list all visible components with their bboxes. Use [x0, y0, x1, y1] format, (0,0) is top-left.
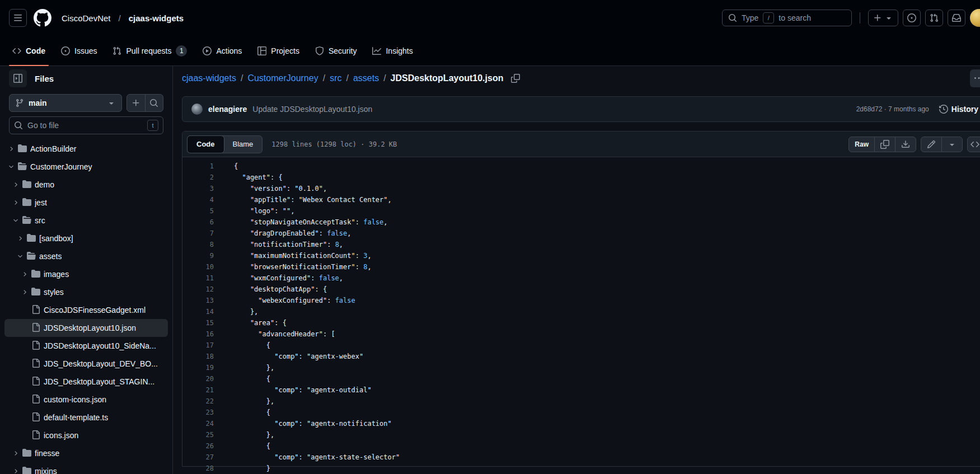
tab-code-view[interactable]: Code	[187, 135, 224, 153]
line-number[interactable]: 25	[182, 429, 214, 440]
commit-sha-time[interactable]: 2d68d72 · 7 months ago	[856, 105, 929, 113]
breadcrumb-link-cjaas-widgets[interactable]: cjaas-widgets	[182, 73, 236, 83]
line-number[interactable]: 28	[182, 463, 214, 474]
download-button[interactable]	[895, 137, 916, 152]
breadcrumb-link-assets[interactable]: assets	[353, 73, 379, 83]
line-number[interactable]: 10	[182, 261, 214, 273]
tree-item-jdsdesktoplayout10-sidena[interactable]: JDSDesktopLayout10_SideNa...	[4, 337, 168, 355]
line-number[interactable]: 12	[182, 284, 214, 295]
line-number[interactable]: 24	[182, 418, 214, 429]
line-number[interactable]: 15	[182, 317, 214, 328]
sidebar-header: Files	[0, 68, 172, 88]
line-number[interactable]: 26	[182, 440, 214, 452]
tree-item-jest[interactable]: jest	[4, 194, 168, 212]
line-number[interactable]: 1	[182, 161, 214, 172]
tab-security[interactable]: Security	[310, 36, 363, 65]
counter-badge: 1	[176, 45, 187, 57]
tree-item-assets[interactable]: assets	[4, 247, 168, 265]
tree-item-customerjourney[interactable]: CustomerJourney	[4, 158, 168, 176]
tab-blame-view[interactable]: Blame	[224, 136, 262, 153]
line-number[interactable]: 20	[182, 373, 214, 384]
copy-path-button[interactable]	[509, 72, 522, 85]
breadcrumb-link-customerjourney[interactable]: CustomerJourney	[247, 73, 318, 83]
tab-issues[interactable]: Issues	[55, 36, 102, 65]
breadcrumb-separator: /	[341, 73, 353, 83]
tree-item-images[interactable]: images	[4, 265, 168, 283]
line-number[interactable]: 3	[182, 183, 214, 194]
notifications-inbox-button[interactable]	[948, 10, 965, 26]
tree-item-src[interactable]: src	[4, 212, 168, 229]
tab-pull-requests[interactable]: Pull requests1	[107, 36, 193, 65]
line-number[interactable]: 18	[182, 351, 214, 362]
line-number[interactable]: 27	[182, 452, 214, 463]
repo-link[interactable]: cjaas-widgets	[125, 11, 187, 25]
tree-item-actionbuilder[interactable]: ActionBuilder	[4, 140, 168, 158]
search-tree-button[interactable]	[145, 95, 163, 111]
pull-requests-dashboard-button[interactable]	[925, 10, 943, 26]
code-text: "desktopChatApp": {	[214, 284, 327, 295]
tab-projects[interactable]: Projects	[252, 36, 305, 65]
tree-item-mixins[interactable]: mixins	[4, 462, 168, 474]
issues-dashboard-button[interactable]	[903, 10, 921, 26]
breadcrumb-link-src[interactable]: src	[330, 73, 341, 83]
line-number[interactable]: 2	[182, 172, 214, 183]
line-number[interactable]: 9	[182, 250, 214, 261]
go-to-file-input[interactable]: Go to file t	[9, 116, 163, 134]
tree-item-finesse[interactable]: finesse	[4, 444, 168, 462]
edit-options-button[interactable]	[941, 137, 962, 152]
line-number[interactable]: 13	[182, 295, 214, 306]
tab-actions[interactable]: Actions	[197, 36, 247, 65]
github-logo[interactable]	[34, 9, 51, 27]
folder-icon	[22, 466, 31, 474]
code-content[interactable]: 1{2 "agent": {3 "version": "0.1.0",4 "ap…	[182, 157, 980, 474]
tree-item-demo[interactable]: demo	[4, 176, 168, 194]
folder-icon	[22, 180, 31, 189]
tree-item-icons-json[interactable]: icons.json	[4, 426, 168, 444]
commit-message[interactable]: Update JDSDesktopLayout10.json	[252, 105, 372, 114]
tab-code[interactable]: Code	[7, 36, 51, 65]
copy-raw-button[interactable]	[874, 137, 895, 152]
user-avatar[interactable]	[970, 9, 980, 27]
code-text: "stopNavigateOnAcceptTask": false,	[214, 217, 388, 228]
symbols-panel-button[interactable]	[967, 137, 980, 152]
line-number[interactable]: 14	[182, 306, 214, 317]
line-number[interactable]: 23	[182, 407, 214, 418]
tree-item-jds-desktoplayout-dev-bo[interactable]: JDS_DesktopLayout_DEV_BO...	[4, 355, 168, 373]
line-number[interactable]: 21	[182, 384, 214, 396]
tree-item-sandbox[interactable]: [sandbox]	[4, 229, 168, 247]
git-branch-icon	[15, 98, 24, 107]
tree-item-jdsdesktoplayout10-json[interactable]: JDSDesktopLayout10.json	[4, 319, 168, 337]
line-number[interactable]: 11	[182, 273, 214, 284]
line-number[interactable]: 8	[182, 239, 214, 250]
branch-selector[interactable]: main	[9, 94, 122, 112]
line-number[interactable]: 6	[182, 217, 214, 228]
tree-item-ciscojdsfinessegadget-xml[interactable]: CiscoJDSFinesseGadget.xml	[4, 301, 168, 319]
add-file-button[interactable]	[127, 95, 145, 111]
header-context-breadcrumb: CiscoDevNet / cjaas-widgets	[58, 11, 187, 25]
line-number[interactable]: 17	[182, 340, 214, 351]
global-search-input[interactable]: Type / to search	[722, 10, 852, 26]
commit-author-avatar[interactable]	[191, 104, 203, 115]
create-new-button[interactable]	[868, 10, 898, 26]
line-number[interactable]: 4	[182, 194, 214, 205]
history-button[interactable]: History	[939, 105, 978, 114]
edit-file-button[interactable]	[921, 137, 941, 152]
more-options-button[interactable]	[970, 69, 980, 87]
hamburger-menu-button[interactable]	[9, 9, 27, 27]
line-number[interactable]: 7	[182, 228, 214, 239]
tree-item-styles[interactable]: styles	[4, 283, 168, 301]
line-number[interactable]: 5	[182, 205, 214, 217]
line-number[interactable]: 22	[182, 396, 214, 407]
code-line: 8 "notificationTimer": 8,	[182, 239, 980, 250]
tree-item-custom-icons-json[interactable]: custom-icons.json	[4, 391, 168, 409]
commit-author[interactable]: elenagiere	[208, 105, 247, 114]
org-link[interactable]: CiscoDevNet	[58, 11, 114, 25]
tab-insights[interactable]: Insights	[367, 36, 418, 65]
tree-item-jds-desktoplayout-stagin[interactable]: JDS_DesktopLayout_STAGIN...	[4, 373, 168, 391]
tree-item-default-template-ts[interactable]: default-template.ts	[4, 409, 168, 426]
line-number[interactable]: 16	[182, 328, 214, 340]
raw-button[interactable]: Raw	[849, 137, 874, 152]
collapse-sidebar-button[interactable]	[9, 69, 27, 87]
branch-name: main	[29, 98, 102, 107]
line-number[interactable]: 19	[182, 362, 214, 373]
